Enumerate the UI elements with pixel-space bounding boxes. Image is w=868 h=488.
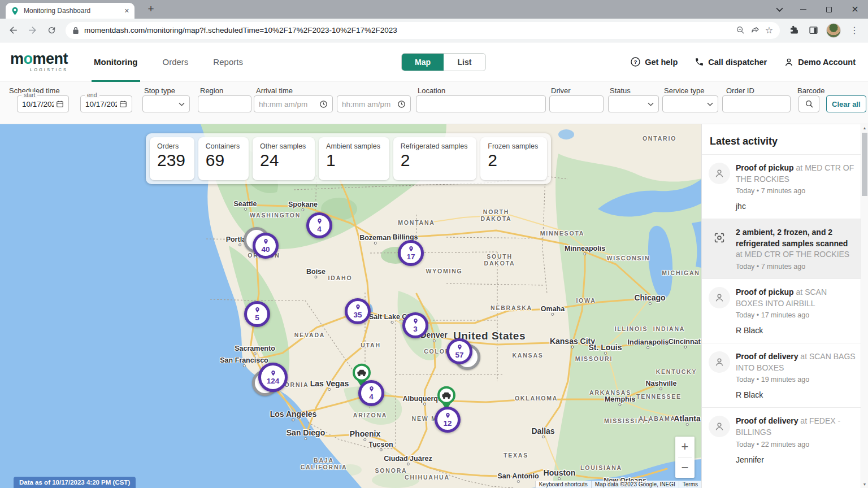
stat-label: Other samples [260, 142, 307, 150]
arrival-to-input[interactable] [337, 95, 411, 112]
zoom-in-button[interactable]: + [675, 437, 695, 457]
bookmark-star-icon[interactable]: ☆ [765, 25, 773, 36]
activity-scrollbar[interactable]: ▲ ▼ [861, 124, 868, 488]
window-close-button[interactable]: ✕ [842, 0, 868, 19]
cluster-count: 5 [255, 314, 259, 322]
account-menu[interactable]: Demo Account [784, 57, 856, 67]
activity-item[interactable]: Proof of delivery at SCAN BAGS INTO BOXE… [702, 343, 868, 407]
tab-search-chevron-icon[interactable] [776, 0, 783, 19]
address-bar[interactable]: momentdash.com/monitoring/map?f.schedule… [66, 22, 780, 39]
map-canvas[interactable]: WASHINGTONMONTANANORTH DAKOTAONTARIOMINN… [0, 124, 701, 488]
arrival-to-field[interactable] [342, 100, 395, 108]
tab-close-icon[interactable]: ✕ [124, 7, 129, 15]
cluster-marker[interactable]: 12 [435, 407, 461, 433]
phone-icon [695, 57, 704, 67]
arrival-from-input[interactable] [254, 95, 333, 112]
order-id-label: Order ID [726, 86, 754, 95]
clear-all-button[interactable]: Clear all [826, 95, 866, 112]
nav-item-reports[interactable]: Reports [211, 42, 245, 82]
cluster-marker[interactable]: 5 [244, 301, 270, 327]
back-button[interactable] [5, 22, 21, 39]
scrollbar-thumb[interactable] [862, 133, 867, 196]
calendar-icon[interactable] [56, 100, 64, 108]
url-text[interactable]: momentdash.com/monitoring/map?f.schedule… [84, 26, 731, 34]
cluster-marker[interactable]: 4 [306, 212, 332, 238]
cluster-count: 3 [413, 325, 418, 333]
activity-item[interactable]: 2 ambient, 2 frozen, and 2 refrigerated … [702, 219, 868, 278]
cluster-marker[interactable]: 35 [345, 298, 371, 324]
cluster-marker[interactable]: 57 [446, 338, 472, 364]
barcode-search-button[interactable] [798, 95, 819, 112]
window-minimize-button[interactable] [790, 0, 816, 19]
call-dispatcher-button[interactable]: Call dispatcher [695, 57, 767, 67]
location-field[interactable] [421, 100, 541, 108]
chevron-down-icon [707, 102, 713, 106]
cluster-marker[interactable]: 4 [358, 380, 384, 406]
keyboard-shortcuts-link[interactable]: Keyboard shortcuts [535, 481, 591, 488]
activity-panel: Latest activity Proof of pickup at MED C… [701, 124, 868, 488]
browser-profile-avatar[interactable] [826, 23, 841, 38]
driver-field[interactable] [554, 100, 598, 108]
browser-tab[interactable]: Monitoring Dashboard ✕ [6, 3, 134, 19]
get-help-button[interactable]: ? Get help [630, 56, 678, 67]
calendar-icon[interactable] [119, 100, 127, 108]
end-date-field[interactable] [85, 100, 117, 108]
arrival-from-field[interactable] [259, 100, 317, 108]
status-select[interactable] [608, 95, 659, 112]
stat-card: Containers69 [198, 137, 249, 180]
stop-type-select[interactable] [142, 95, 190, 112]
new-tab-button[interactable]: + [144, 2, 158, 16]
browser-titlebar: Monitoring Dashboard ✕ + ✕ [0, 0, 868, 19]
arrival-time-label: Arrival time [256, 86, 293, 95]
cluster-marker[interactable]: 17 [398, 240, 424, 266]
side-panel-icon[interactable] [805, 22, 822, 39]
barcode-label: Barcode [797, 86, 824, 95]
person-icon [709, 351, 730, 373]
cluster-marker[interactable]: 124 [258, 363, 288, 392]
map-list-toggle: Map List [401, 53, 486, 71]
reload-button[interactable] [43, 22, 60, 39]
cluster-marker[interactable]: 3 [402, 312, 428, 338]
terms-link[interactable]: Terms [679, 481, 701, 488]
cluster-count: 35 [353, 311, 362, 319]
share-icon[interactable] [750, 25, 760, 35]
region-input[interactable] [198, 95, 251, 112]
person-icon [709, 287, 730, 308]
activity-item[interactable]: Proof of pickup at MED CTR OF THE ROCKIE… [702, 154, 868, 219]
zoom-out-button[interactable]: − [675, 457, 695, 478]
toggle-map-button[interactable]: Map [402, 54, 444, 71]
location-label: Location [418, 86, 445, 95]
cluster-count: 4 [369, 393, 374, 401]
activity-item[interactable]: Proof of delivery at FEDEX - BILLINGSTod… [702, 407, 868, 472]
order-id-input[interactable] [722, 95, 791, 112]
activity-actor-name: R Black [736, 326, 856, 335]
browser-menu-icon[interactable]: ⋮ [845, 25, 863, 36]
clock-icon[interactable] [397, 100, 406, 108]
scheduled-end-input[interactable]: end [80, 95, 132, 112]
cluster-count: 4 [317, 225, 322, 233]
zoom-indicator-icon[interactable] [736, 25, 745, 35]
start-date-field[interactable] [22, 100, 54, 108]
scroll-down-icon[interactable]: ▼ [861, 482, 868, 486]
moment-logo[interactable]: moment LOGISTICS [10, 51, 68, 72]
driver-input[interactable] [549, 95, 604, 112]
tab-title: Monitoring Dashboard [24, 7, 120, 15]
order-id-field[interactable] [727, 100, 785, 108]
window-maximize-button[interactable] [816, 0, 842, 19]
scroll-up-icon[interactable]: ▲ [861, 126, 868, 130]
nav-item-monitoring[interactable]: Monitoring [92, 42, 140, 82]
service-type-select[interactable] [662, 95, 718, 112]
nav-item-orders[interactable]: Orders [160, 42, 191, 82]
map-zoom-control: + − [675, 437, 695, 478]
region-field[interactable] [203, 100, 246, 108]
activity-item[interactable]: Proof of pickup at SCAN BOXES INTO AIRBI… [702, 278, 868, 343]
extensions-puzzle-icon[interactable] [785, 22, 802, 39]
browser-toolbar: momentdash.com/monitoring/map?f.schedule… [0, 19, 868, 42]
clock-icon[interactable] [319, 100, 328, 108]
toggle-list-button[interactable]: List [444, 54, 485, 71]
cluster-marker[interactable]: 40 [253, 233, 279, 259]
scheduled-start-input[interactable]: start [17, 95, 69, 112]
location-input[interactable] [416, 95, 546, 112]
cluster-count: 124 [267, 377, 280, 385]
forward-button[interactable] [24, 22, 41, 39]
